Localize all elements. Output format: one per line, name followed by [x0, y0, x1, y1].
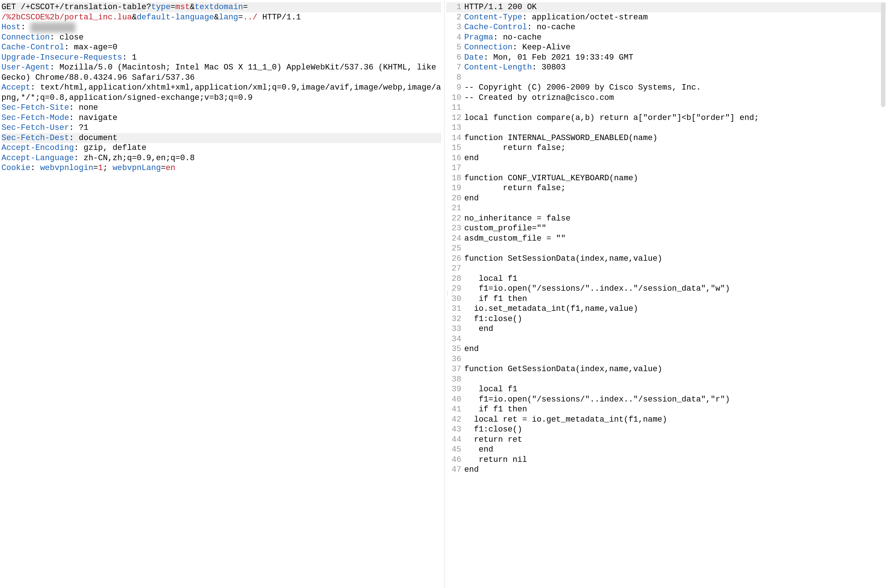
response-body-line[interactable]: 25 — [446, 243, 886, 254]
response-body-line[interactable]: 14function INTERNAL_PASSWORD_ENABLED(nam… — [446, 133, 886, 143]
response-header[interactable]: 4Pragma: no-cache — [446, 33, 886, 43]
line-number: 19 — [446, 183, 464, 194]
body-text: return ret — [464, 435, 522, 444]
response-body-line[interactable]: 11 — [446, 103, 886, 113]
line-number: 36 — [446, 354, 464, 364]
response-body-line[interactable]: 43 f1:close() — [446, 424, 886, 435]
header-name: Accept-Encoding — [2, 143, 74, 153]
request-header[interactable]: Connection: close — [2, 33, 441, 43]
header-name: Connection — [2, 33, 50, 42]
response-body-line[interactable]: 37function GetSessionData(index,name,val… — [446, 364, 886, 375]
response-body-line[interactable]: 19 return false; — [446, 183, 886, 194]
response-body-line[interactable]: 29 f1=io.open("/sessions/"..index.."/ses… — [446, 284, 886, 294]
request-header[interactable]: Accept: text/html,application/xhtml+xml,… — [2, 82, 441, 103]
response-body-line[interactable]: 41 if f1 then — [446, 404, 886, 415]
response-body-line[interactable]: 17 — [446, 163, 886, 173]
response-body-line[interactable]: 33 end — [446, 324, 886, 334]
line-number: 18 — [446, 173, 464, 184]
response-header[interactable]: 2Content-Type: application/octet-stream — [446, 12, 886, 22]
request-header[interactable]: Sec-Fetch-User: ?1 — [2, 123, 441, 133]
response-pane[interactable]: ⋮⋮ 1HTTP/1.1 200 OK2Content-Type: applic… — [444, 0, 889, 588]
scrollbar-thumb[interactable] — [881, 2, 885, 107]
header-value: application/octet-stream — [532, 13, 648, 22]
request-header[interactable]: Accept-Encoding: gzip, deflate — [2, 143, 441, 153]
header-name: Upgrade-Insecure-Requests — [2, 53, 122, 62]
request-line[interactable]: GET /+CSCOT+/translation-table?type=mst&… — [2, 2, 441, 12]
response-body-line[interactable]: 15 return false; — [446, 143, 886, 153]
response-body-line[interactable]: 16end — [446, 153, 886, 164]
response-body-line[interactable]: 28 local f1 — [446, 274, 886, 284]
line-number: 25 — [446, 243, 464, 254]
request-header[interactable]: User-Agent: Mozilla/5.0 (Macintosh; Inte… — [2, 63, 441, 82]
response-body-line[interactable]: 10-- Created by otrizna@cisco.com — [446, 93, 886, 103]
request-editor[interactable]: GET /+CSCOT+/translation-table?type=mst&… — [2, 2, 441, 173]
request-header[interactable]: Accept-Language: zh-CN,zh;q=0.9,en;q=0.8 — [2, 153, 441, 164]
response-body-line[interactable]: 12local function compare(a,b) return a["… — [446, 113, 886, 123]
response-editor[interactable]: 1HTTP/1.1 200 OK2Content-Type: applicati… — [446, 2, 886, 475]
line-number: 17 — [446, 163, 464, 173]
response-body-line[interactable]: 21 — [446, 203, 886, 213]
pane-resize-handle[interactable]: ⋮⋮ — [445, 291, 454, 297]
line-number: 27 — [446, 264, 464, 274]
token: Cookie — [2, 164, 30, 172]
response-body-line[interactable]: 18function CONF_VIRTUAL_KEYBOARD(name) — [446, 173, 886, 184]
response-body-line[interactable]: 30 if f1 then — [446, 294, 886, 304]
response-body-line[interactable]: 31 io.set_metadata_int(f1,name,value) — [446, 304, 886, 314]
response-body-line[interactable]: 8 — [446, 73, 886, 83]
line-number: 6 — [446, 52, 464, 63]
response-body-line[interactable]: 39 local f1 — [446, 384, 886, 394]
line-number: 37 — [446, 364, 464, 375]
response-body-line[interactable]: 24asdm_custom_file = "" — [446, 234, 886, 244]
body-text: -- Created by otrizna@cisco.com — [464, 93, 614, 102]
body-text: function INTERNAL_PASSWORD_ENABLED(name) — [464, 134, 658, 142]
line-number: 1 — [446, 2, 464, 12]
response-header[interactable]: 5Connection: Keep-Alive — [446, 42, 886, 52]
response-header[interactable]: 7Content-Length: 30803 — [446, 63, 886, 73]
response-body-line[interactable]: 36 — [446, 354, 886, 364]
response-body-line[interactable]: 47end — [446, 465, 886, 475]
body-text: local ret = io.get_metadata_int(f1,name) — [464, 415, 667, 424]
response-header[interactable]: 3Cache-Control: no-cache — [446, 22, 886, 33]
response-body-line[interactable]: 35end — [446, 344, 886, 354]
response-body-line[interactable]: 42 local ret = io.get_metadata_int(f1,na… — [446, 415, 886, 425]
response-body-line[interactable]: 45 end — [446, 445, 886, 455]
request-pane[interactable]: GET /+CSCOT+/translation-table?type=mst&… — [0, 0, 444, 588]
header-value: Keep-Alive — [522, 43, 571, 52]
request-header[interactable]: Upgrade-Insecure-Requests: 1 — [2, 52, 441, 63]
request-header[interactable]: Sec-Fetch-Dest: document — [2, 133, 441, 143]
request-header[interactable]: Host: ████ ████ — [2, 22, 441, 33]
response-status-line[interactable]: 1HTTP/1.1 200 OK — [446, 2, 886, 12]
token: en — [166, 164, 175, 172]
request-cookie[interactable]: Cookie: webvpnlogin=1; webvpnLang=en — [2, 163, 441, 173]
request-line-cont[interactable]: /%2bCSCOE%2b/portal_inc.lua&default-lang… — [2, 12, 441, 22]
response-header[interactable]: 6Date: Mon, 01 Feb 2021 19:33:49 GMT — [446, 52, 886, 63]
response-body-line[interactable]: 13 — [446, 123, 886, 133]
response-body-line[interactable]: 38 — [446, 375, 886, 385]
response-body-line[interactable]: 26function SetSessionData(index,name,val… — [446, 254, 886, 264]
body-text: if f1 then — [464, 405, 527, 414]
line-number: 3 — [446, 22, 464, 33]
response-body-line[interactable]: 32 f1:close() — [446, 314, 886, 324]
response-body-line[interactable]: 20end — [446, 194, 886, 204]
body-text: end — [464, 194, 479, 203]
body-text: return nil — [464, 455, 527, 464]
response-body-line[interactable]: 44 return ret — [446, 435, 886, 445]
response-body-line[interactable]: 9-- Copyright (C) 2006-2009 by Cisco Sys… — [446, 82, 886, 93]
header-value: Mon, 01 Feb 2021 19:33:49 GMT — [493, 53, 633, 62]
request-header[interactable]: Cache-Control: max-age=0 — [2, 42, 441, 52]
request-header[interactable]: Sec-Fetch-Site: none — [2, 103, 441, 113]
response-body-line[interactable]: 34 — [446, 334, 886, 345]
response-body-line[interactable]: 40 f1=io.open("/sessions/"..index.."/ses… — [446, 394, 886, 405]
body-text: return false; — [464, 143, 566, 153]
line-number: 46 — [446, 455, 464, 465]
line-number: 7 — [446, 63, 464, 73]
line-number: 31 — [446, 304, 464, 314]
header-name: Sec-Fetch-User — [2, 123, 69, 132]
response-body-line[interactable]: 22no_inheritance = false — [446, 213, 886, 224]
response-body-line[interactable]: 46 return nil — [446, 455, 886, 465]
request-header[interactable]: Sec-Fetch-Mode: navigate — [2, 113, 441, 123]
response-body-line[interactable]: 27 — [446, 264, 886, 274]
header-value: none — [79, 103, 98, 112]
response-body-line[interactable]: 23custom_profile="" — [446, 224, 886, 234]
token: 1 — [98, 164, 103, 172]
